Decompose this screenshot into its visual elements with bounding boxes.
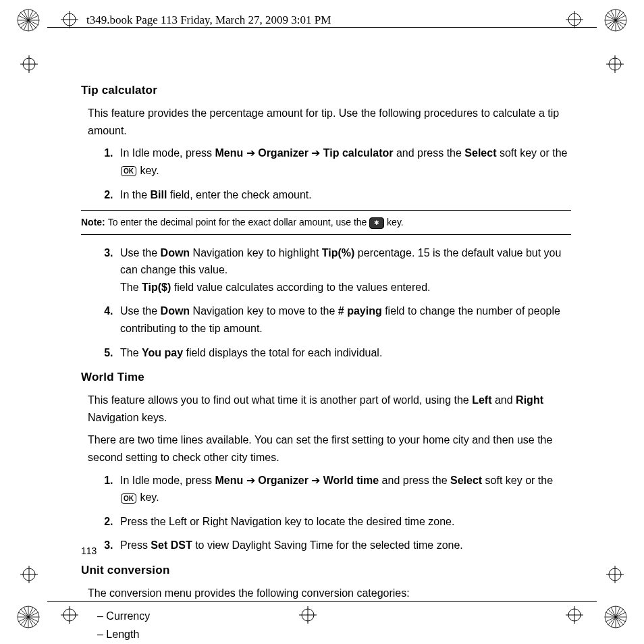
header-text: t349.book Page 113 Friday, March 27, 200… — [86, 14, 331, 27]
wt-steps: In Idle mode, press Menu ➔ Organizer ➔ W… — [88, 472, 571, 554]
tip-steps-cont: Use the Down Navigation key to highlight… — [88, 244, 571, 362]
crop-star-icon — [603, 8, 628, 32]
crop-mark-icon — [566, 11, 583, 28]
crop-mark-icon — [20, 55, 38, 73]
tip-steps: In Idle mode, press Menu ➔ Organizer ➔ T… — [88, 144, 571, 203]
tip-intro: This feature provides the percentage amo… — [88, 105, 571, 139]
list-item: Currency — [97, 608, 571, 625]
crop-mark-icon — [606, 566, 624, 583]
page-content: Tip calculator This feature provides the… — [81, 74, 571, 644]
crop-star-icon — [603, 605, 628, 629]
tip-calculator-heading: Tip calculator — [81, 81, 571, 99]
step: In the Bill field, enter the check amoun… — [116, 186, 571, 204]
wt-intro1: This feature allows you to find out what… — [88, 392, 571, 426]
star-key-icon: ✱ — [369, 217, 384, 228]
note-box: Note: To enter the decimal point for the… — [81, 210, 571, 234]
header-rule — [47, 27, 597, 28]
crop-star-icon — [16, 605, 41, 629]
wt-intro2: There are two time lines available. You … — [88, 431, 571, 466]
step: In Idle mode, press Menu ➔ Organizer ➔ T… — [116, 144, 571, 179]
step: Press the Left or Right Navigation key t… — [116, 513, 571, 531]
ok-key-icon: OK — [121, 166, 136, 176]
crop-mark-icon — [606, 55, 624, 73]
crop-mark-icon — [20, 566, 38, 583]
step: Press Set DST to view Daylight Saving Ti… — [116, 537, 571, 554]
manual-page: t349.book Page 113 Friday, March 27, 200… — [0, 0, 644, 644]
page-number: 113 — [81, 545, 97, 556]
step: In Idle mode, press Menu ➔ Organizer ➔ W… — [116, 472, 571, 506]
uc-list: Currency Length Weight Volume Area Tempe… — [97, 608, 571, 644]
crop-mark-icon — [61, 606, 78, 624]
step: Use the Down Navigation key to highlight… — [116, 244, 571, 296]
crop-mark-icon — [61, 11, 78, 28]
uc-intro: The conversion menu provides the followi… — [88, 585, 571, 602]
ok-key-icon: OK — [121, 493, 136, 504]
list-item: Length — [97, 626, 571, 643]
world-time-heading: World Time — [81, 368, 571, 386]
note-label: Note: — [81, 217, 108, 227]
step: The You pay field displays the total for… — [116, 344, 571, 362]
crop-star-icon — [16, 8, 41, 32]
unit-conversion-heading: Unit conversion — [81, 561, 571, 579]
step: Use the Down Navigation key to move to t… — [116, 302, 571, 337]
